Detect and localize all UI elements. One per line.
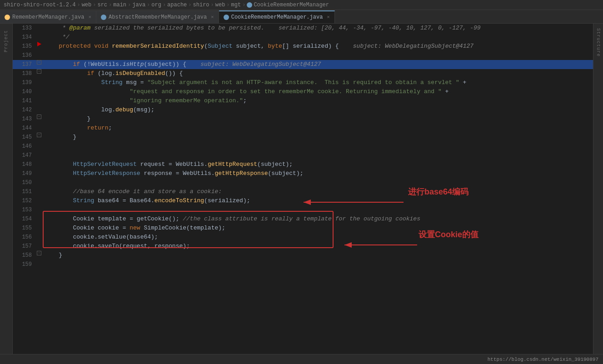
sep8: › — [211, 2, 214, 8]
line-gutter-158: - — [35, 251, 43, 255]
code-line-139: 139 String msg = "Subject argument is no… — [13, 78, 593, 87]
line-content-152: String base64 = Base64.encodeToString(se… — [43, 196, 593, 205]
line-number-147: 147 — [13, 151, 35, 160]
code-line-141: 141 "ignoring rememberMe operation."; — [13, 96, 593, 105]
website-url: https://blog.csdn.net/weixin_39190897 — [488, 357, 598, 362]
line-number-156: 156 — [13, 233, 35, 242]
code-line-158: 158- } — [13, 251, 593, 260]
sep3: › — [109, 2, 112, 8]
tab-icon-1 — [5, 15, 10, 20]
breadcrumb-web: web — [82, 2, 92, 8]
code-line-144: 144 return; — [13, 124, 593, 133]
line-content-144: return; — [43, 124, 593, 133]
tab-close-3[interactable]: × — [327, 15, 330, 20]
breadcrumb-class: CookieRememberMeManager — [254, 2, 329, 8]
fold-icon-137[interactable]: - — [37, 60, 41, 65]
breadcrumb-bar: shiro-shiro-root-1.2.4 › web › src › mai… — [0, 0, 603, 10]
breadcrumb-java: java — [132, 2, 145, 8]
tab-cookie[interactable]: CookieRememberMeManager.java × — [219, 10, 335, 23]
sep2: › — [93, 2, 96, 8]
line-number-133: 133 — [13, 24, 35, 33]
tab-close-1[interactable]: × — [88, 15, 91, 20]
line-number-143: 143 — [13, 115, 35, 124]
line-content-141: "ignoring rememberMe operation."; — [43, 96, 593, 105]
tab-bar: RememberMeManager.java × AbstractRemembe… — [0, 10, 603, 24]
fold-icon-145[interactable]: - — [37, 133, 41, 137]
line-gutter-135 — [35, 42, 43, 46]
line-content-154: Cookie template = getCookie(); //the cla… — [43, 214, 593, 224]
code-line-154: 154 Cookie template = getCookie(); //the… — [13, 214, 593, 224]
line-content-149: HttpServletResponse response = WebUtils.… — [43, 169, 593, 178]
line-content-139: String msg = "Subject argument is not an… — [43, 78, 593, 87]
line-number-148: 148 — [13, 160, 35, 169]
code-line-138: 138- if (log.isDebugEnabled()) { — [13, 69, 593, 78]
sep1: › — [77, 2, 80, 8]
fold-icon-143[interactable]: - — [37, 115, 41, 119]
line-content-134: */ — [43, 33, 593, 42]
cookie-annotation: 设置Cookie的值 — [419, 229, 478, 240]
code-line-150: 150 — [13, 178, 593, 187]
project-label: Project — [4, 30, 9, 52]
line-number-159: 159 — [13, 260, 35, 269]
line-content-143: } — [43, 115, 593, 124]
tab-close-2[interactable]: × — [211, 15, 214, 20]
structure-label: Structure — [596, 28, 601, 57]
line-content-133: * @param serialized the serialized bytes… — [43, 24, 593, 33]
base64-annotation: 进行base64编码 — [408, 186, 468, 197]
code-line-133: 133 * @param serialized the serialized b… — [13, 24, 593, 33]
line-number-141: 141 — [13, 96, 35, 105]
line-content-138: if (log.isDebugEnabled()) { — [43, 69, 593, 78]
line-number-137: 137 — [13, 60, 35, 69]
code-line-156: 156 cookie.setValue(base64); — [13, 233, 593, 242]
code-editor[interactable]: 133 * @param serialized the serialized b… — [13, 24, 593, 354]
status-bar: https://blog.csdn.net/weixin_39190897 — [0, 354, 603, 364]
line-number-155: 155 — [13, 224, 35, 233]
line-number-157: 157 — [13, 242, 35, 251]
code-line-145: 145- } — [13, 133, 593, 142]
left-panel: Project — [0, 24, 13, 354]
sep10: › — [242, 2, 245, 8]
code-line-159: 159 — [13, 260, 593, 269]
tab-label-3: CookieRememberMeManager.java — [231, 14, 323, 20]
fold-icon-158[interactable]: - — [37, 251, 41, 255]
line-gutter-138: - — [35, 69, 43, 74]
code-line-142: 142 log.debug(msg); — [13, 105, 593, 115]
code-lines: 133 * @param serialized the serialized b… — [13, 24, 593, 269]
class-icon — [247, 2, 252, 8]
line-content-155: Cookie cookie = new SimpleCookie(templat… — [43, 224, 593, 233]
line-number-134: 134 — [13, 33, 35, 42]
breadcrumb-apache: apache — [167, 2, 187, 8]
line-content-148: HttpServletRequest request = WebUtils.ge… — [43, 160, 593, 169]
line-number-153: 153 — [13, 205, 35, 214]
right-panel: Structure — [593, 24, 603, 354]
line-gutter-137: - — [35, 60, 43, 65]
breadcrumb-org: org — [151, 2, 161, 8]
breadcrumb-src: src — [97, 2, 107, 8]
code-line-135: 135 protected void rememberSerializedIde… — [13, 42, 593, 51]
breadcrumb-web2: web — [215, 2, 225, 8]
sep4: › — [128, 2, 131, 8]
sep9: › — [226, 2, 229, 8]
line-number-140: 140 — [13, 87, 35, 96]
line-gutter-143: - — [35, 115, 43, 119]
tab-label-1: RememberMeManager.java — [12, 14, 84, 20]
code-line-153: 153 — [13, 205, 593, 214]
tab-icon-3 — [224, 15, 229, 20]
line-number-136: 136 — [13, 51, 35, 60]
line-content-142: log.debug(msg); — [43, 105, 593, 115]
code-line-143: 143- } — [13, 115, 593, 124]
code-line-148: 148 HttpServletRequest request = WebUtil… — [13, 160, 593, 169]
fold-icon-138[interactable]: - — [37, 69, 41, 74]
breadcrumb-project: shiro-shiro-root-1.2.4 — [4, 2, 75, 8]
line-content-157: cookie.saveTo(request, response); — [43, 242, 593, 251]
line-content-137: if (!WebUtils.isHttp(subject)) { subject… — [43, 60, 593, 69]
tab-abstract[interactable]: AbstractRememberMeManager.java × — [96, 10, 219, 23]
tab-rememberme[interactable]: RememberMeManager.java × — [0, 10, 96, 23]
line-number-154: 154 — [13, 214, 35, 224]
tab-icon-2 — [101, 15, 106, 20]
breadcrumb-main: main — [113, 2, 126, 8]
line-content-135: protected void rememberSerializedIdentit… — [43, 42, 593, 51]
code-line-134: 134 */ — [13, 33, 593, 42]
breadcrumb-mgt: mgt — [231, 2, 241, 8]
line-number-146: 146 — [13, 142, 35, 151]
